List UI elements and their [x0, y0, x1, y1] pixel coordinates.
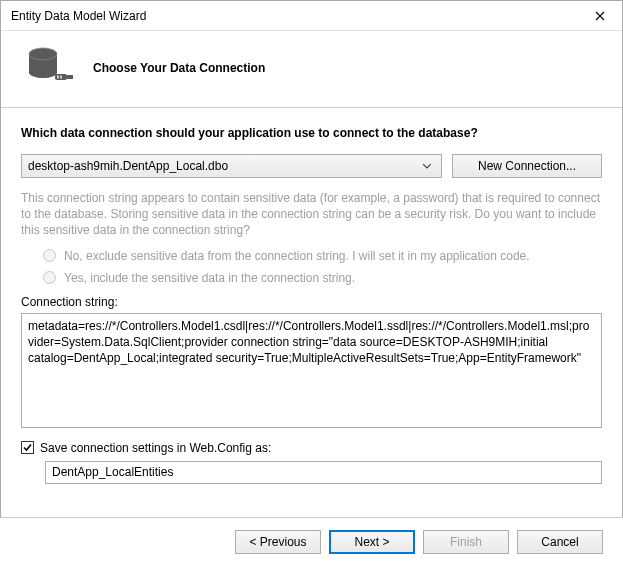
svg-point-2	[29, 66, 57, 78]
connection-string-textarea[interactable]	[21, 313, 602, 428]
new-connection-button[interactable]: New Connection...	[452, 154, 602, 178]
chevron-down-icon	[419, 164, 435, 169]
close-button[interactable]	[577, 1, 622, 31]
wizard-header: Choose Your Data Connection	[1, 31, 622, 107]
radio-include-sensitive: Yes, include the sensitive data in the c…	[43, 271, 602, 285]
connection-name-input[interactable]	[45, 461, 602, 484]
wizard-heading: Choose Your Data Connection	[93, 61, 265, 75]
connection-string-label: Connection string:	[21, 295, 602, 309]
sensitive-data-info: This connection string appears to contai…	[21, 190, 602, 239]
previous-button[interactable]: < Previous	[235, 530, 321, 554]
radio-icon	[43, 249, 56, 262]
titlebar: Entity Data Model Wizard	[1, 1, 622, 31]
connection-row: desktop-ash9mih.DentApp_Local.dbo New Co…	[21, 154, 602, 178]
wizard-content: Which data connection should your applic…	[1, 108, 622, 494]
radio-exclude-label: No, exclude sensitive data from the conn…	[64, 249, 530, 263]
window-title: Entity Data Model Wizard	[11, 9, 577, 23]
checkmark-icon	[22, 442, 33, 453]
sensitive-data-radio-group: No, exclude sensitive data from the conn…	[21, 249, 602, 285]
cancel-button[interactable]: Cancel	[517, 530, 603, 554]
radio-include-label: Yes, include the sensitive data in the c…	[64, 271, 355, 285]
radio-icon	[43, 271, 56, 284]
finish-button: Finish	[423, 530, 509, 554]
save-settings-checkbox[interactable]	[21, 441, 34, 454]
question-label: Which data connection should your applic…	[21, 126, 602, 140]
connection-dropdown[interactable]: desktop-ash9mih.DentApp_Local.dbo	[21, 154, 442, 178]
svg-rect-6	[60, 76, 62, 79]
close-icon	[595, 11, 605, 21]
save-settings-label: Save connection settings in Web.Config a…	[40, 441, 271, 455]
next-button[interactable]: Next >	[329, 530, 415, 554]
radio-exclude-sensitive: No, exclude sensitive data from the conn…	[43, 249, 602, 263]
wizard-footer: < Previous Next > Finish Cancel	[0, 517, 623, 566]
svg-rect-5	[57, 76, 59, 79]
svg-rect-4	[67, 75, 73, 79]
connection-dropdown-value: desktop-ash9mih.DentApp_Local.dbo	[28, 159, 419, 173]
save-settings-row: Save connection settings in Web.Config a…	[21, 441, 602, 455]
database-connection-icon	[21, 43, 81, 93]
